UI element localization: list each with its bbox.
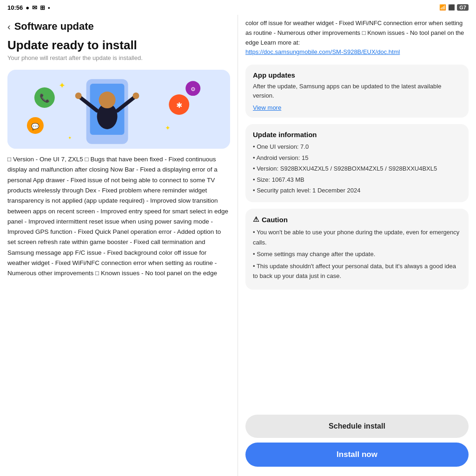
svg-text:✦: ✦ <box>59 81 66 90</box>
right-panel: color off issue for weather widget - Fix… <box>238 0 476 476</box>
extra-icon: ⊞ <box>40 4 45 11</box>
app-updates-card: App updates After the update, Samsung ap… <box>245 65 469 118</box>
caution-title: ⚠ Caution <box>253 215 461 224</box>
update-info-item-0: • One UI version: 7.0 <box>253 141 461 152</box>
svg-text:⚙: ⚙ <box>191 86 196 93</box>
schedule-install-button[interactable]: Schedule install <box>245 415 469 438</box>
bottom-buttons: Schedule install Install now <box>238 410 476 476</box>
status-bar-right: 📶 ⬛ G7 <box>439 4 469 11</box>
update-description: □ Version - One UI 7, ZXL5 □ Bugs that h… <box>0 154 238 476</box>
page-subtitle: Your phone will restart after the update… <box>0 53 238 66</box>
caution-icon: ⚠ <box>253 215 259 224</box>
update-info-card: Update information • One UI version: 7.0… <box>245 124 469 202</box>
back-button[interactable]: ‹ <box>7 21 11 32</box>
status-bar: 10:56 ● ✉ ⊞ • 📶 ⬛ G7 <box>0 0 476 15</box>
svg-point-7 <box>75 93 82 99</box>
caution-card: ⚠ Caution • You won't be able to use you… <box>245 209 469 289</box>
wifi-icon: 📶 <box>439 4 446 11</box>
page-title: Update ready to install <box>0 34 238 53</box>
caution-item-2: • This update shouldn't affect your pers… <box>253 261 461 281</box>
status-time: 10:56 <box>7 4 23 11</box>
right-text-content: color off issue for weather widget - Fix… <box>245 20 464 46</box>
update-info-item-1: • Android version: 15 <box>253 152 461 163</box>
battery-badge: G7 <box>457 4 469 11</box>
status-bar-left: 10:56 ● ✉ ⊞ • <box>7 4 50 11</box>
svg-text:📞: 📞 <box>40 93 50 103</box>
caution-list: • You won't be able to use your phone du… <box>253 227 461 281</box>
caution-item-0: • You won't be able to use your phone du… <box>253 227 461 247</box>
update-info-item-2: • Version: S928BXXU4ZXL5 / S928BOXM4ZXL5… <box>253 163 461 174</box>
app-updates-title: App updates <box>253 71 461 79</box>
svg-text:✦: ✦ <box>165 124 171 132</box>
mail-icon: ✉ <box>32 4 37 11</box>
dot-icon: • <box>48 4 50 11</box>
app-updates-text: After the update, Samsung apps can be up… <box>253 82 461 100</box>
svg-point-8 <box>132 93 139 99</box>
left-panel: ‹ Software update Update ready to instal… <box>0 0 238 476</box>
svg-text:✱: ✱ <box>176 101 182 109</box>
caution-item-1: • Some settings may change after the upd… <box>253 249 461 259</box>
update-info-list: • One UI version: 7.0 • Android version:… <box>253 141 461 196</box>
signal-bars: ⬛ <box>448 4 455 11</box>
right-content: color off issue for weather widget - Fix… <box>238 15 476 410</box>
learn-more-link[interactable]: https://doc.samsungmobile.com/SM-S928B/E… <box>245 48 400 55</box>
svg-point-4 <box>99 92 116 108</box>
svg-text:✦: ✦ <box>68 135 72 140</box>
view-more-link[interactable]: View more <box>253 104 461 111</box>
nav-header: ‹ Software update <box>0 15 238 34</box>
nav-title: Software update <box>14 20 94 33</box>
illustration-area: 📞 ✱ 💬 ⚙ ✦ ✦ ✦ <box>7 70 230 149</box>
update-info-item-3: • Size: 1067.43 MB <box>253 174 461 185</box>
install-now-button[interactable]: Install now <box>245 443 469 467</box>
svg-text:💬: 💬 <box>31 123 40 131</box>
update-info-item-4: • Security patch level: 1 December 2024 <box>253 185 461 196</box>
right-top-text: color off issue for weather widget - Fix… <box>245 15 469 57</box>
signal-icon: ● <box>26 4 29 11</box>
caution-title-text: Caution <box>262 216 288 224</box>
update-info-title: Update information <box>253 131 461 139</box>
